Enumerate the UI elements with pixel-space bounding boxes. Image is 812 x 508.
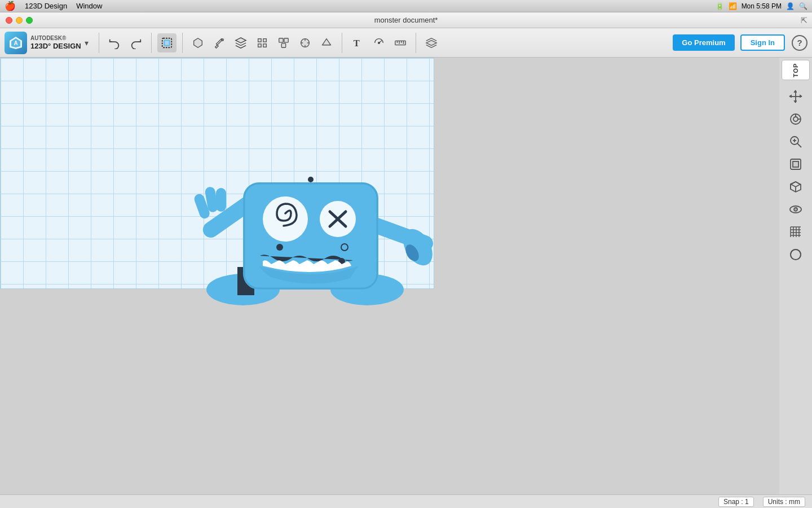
material-button[interactable] — [317, 33, 336, 52]
group-button[interactable] — [274, 33, 293, 52]
title-bar: monster document* ⇱ — [0, 12, 812, 28]
clock: Mon 5:58 PM — [742, 2, 782, 10]
snap-indicator[interactable]: Snap : 1 — [718, 497, 754, 507]
minimize-button[interactable] — [16, 17, 23, 24]
apple-menu[interactable]: 🍎 — [5, 1, 16, 11]
menu-item-window[interactable]: Window — [76, 2, 102, 10]
battery-icon: 🔋 — [716, 2, 724, 10]
measure-button[interactable] — [369, 33, 389, 52]
svg-point-50 — [793, 117, 798, 121]
separator-3 — [182, 33, 183, 53]
grid-canvas — [0, 58, 434, 289]
zoom-button[interactable] — [785, 131, 806, 152]
svg-rect-12 — [281, 43, 285, 47]
undo-button[interactable] — [105, 33, 124, 52]
separator-4 — [342, 33, 342, 53]
logo-dropdown[interactable]: ▾ — [85, 38, 89, 47]
separator-2 — [151, 33, 152, 53]
select-tool-button[interactable] — [157, 33, 176, 52]
svg-point-46 — [308, 177, 314, 182]
snap-button[interactable] — [295, 33, 315, 52]
viewport[interactable] — [0, 58, 779, 494]
svg-text:T: T — [353, 38, 359, 49]
primitives-button[interactable] — [188, 33, 208, 52]
svg-rect-8 — [263, 38, 267, 42]
user-icon: 👤 — [786, 2, 795, 10]
sketch-button[interactable] — [210, 33, 229, 52]
search-icon: 🔍 — [799, 2, 807, 10]
svg-text:A: A — [14, 40, 17, 46]
go-premium-button[interactable]: Go Premium — [673, 34, 734, 51]
rotate-view-button[interactable] — [785, 108, 806, 130]
svg-rect-10 — [279, 38, 283, 42]
app-logo: A — [5, 32, 27, 54]
svg-rect-21 — [395, 41, 405, 45]
layers-button[interactable] — [422, 33, 441, 52]
logo-text: AUTODESK® 123D° DESIGN — [30, 35, 81, 51]
modify-button[interactable] — [253, 33, 272, 52]
cube-view-button[interactable] — [785, 176, 806, 198]
wifi-icon: 📶 — [729, 2, 737, 10]
svg-rect-11 — [284, 38, 288, 42]
svg-rect-9 — [258, 43, 261, 47]
status-bar: Snap : 1 Units : mm — [0, 494, 812, 508]
svg-rect-37 — [243, 182, 378, 290]
menubar-right: 🔋 📶 Mon 5:58 PM 👤 🔍 — [716, 2, 807, 10]
visibility-button[interactable] — [785, 199, 806, 220]
svg-rect-7 — [263, 43, 267, 47]
maximize-button[interactable] — [26, 17, 33, 24]
main-content: TOP — [0, 58, 812, 494]
sign-in-button[interactable]: Sign In — [740, 34, 785, 51]
separator-1 — [99, 33, 99, 53]
svg-rect-33 — [216, 188, 226, 212]
svg-point-20 — [378, 42, 379, 43]
resize-icon[interactable]: ⇱ — [801, 16, 807, 25]
svg-point-63 — [794, 208, 797, 211]
fit-view-button[interactable] — [785, 154, 806, 175]
mac-menubar: 🍎 123D Design Window 🔋 📶 Mon 5:58 PM 👤 🔍 — [0, 0, 812, 12]
svg-rect-58 — [793, 161, 798, 167]
logo-area[interactable]: A AUTODESK® 123D° DESIGN ▾ — [5, 32, 89, 54]
close-button[interactable] — [6, 17, 12, 24]
redo-button[interactable] — [126, 33, 145, 52]
ruler-button[interactable] — [391, 33, 410, 52]
app-window: monster document* ⇱ A AUTODESK® 123D° DE… — [0, 12, 812, 508]
help-button[interactable]: ? — [792, 35, 807, 51]
grid-view-button[interactable] — [785, 221, 806, 243]
texture-button[interactable] — [785, 244, 806, 265]
text-tool-button[interactable]: T — [348, 33, 367, 52]
menu-item-123d[interactable]: 123D Design — [25, 2, 67, 10]
toolbar: A AUTODESK® 123D° DESIGN ▾ — [0, 28, 812, 58]
traffic-lights — [6, 17, 33, 24]
construct-button[interactable] — [231, 33, 250, 52]
svg-point-43 — [276, 244, 283, 251]
monster-model — [192, 126, 435, 309]
svg-rect-4 — [164, 40, 169, 45]
right-panel: TOP — [779, 58, 812, 494]
svg-rect-6 — [258, 38, 261, 42]
svg-line-54 — [797, 143, 801, 147]
units-indicator[interactable]: Units : mm — [763, 497, 805, 507]
window-title: monster document* — [374, 16, 438, 24]
separator-5 — [416, 33, 416, 53]
top-view-button[interactable]: TOP — [782, 60, 810, 80]
pan-tool-button[interactable] — [785, 86, 806, 107]
